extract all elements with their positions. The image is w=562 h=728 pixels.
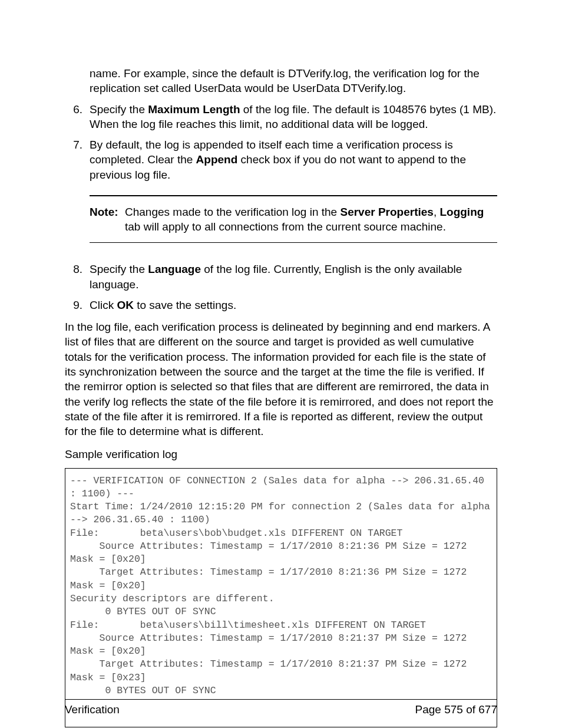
- bold-text: Logging: [439, 206, 484, 218]
- list-item-8: 8. Specify the Language of the log file.…: [65, 262, 497, 292]
- text: tab will apply to all connections from t…: [125, 220, 446, 233]
- sample-log-code: --- VERIFICATION OF CONNECTION 2 (Sales …: [65, 468, 497, 728]
- bold-text: Maximum Length: [148, 103, 240, 116]
- list-body: Specify the Language of the log file. Cu…: [90, 262, 497, 292]
- bold-text: Language: [148, 263, 201, 275]
- list-item-9: 9. Click OK to save the settings.: [65, 298, 497, 312]
- page-footer: Verification Page 575 of 677: [65, 699, 497, 716]
- list-number: 9.: [65, 298, 90, 312]
- list-item-6: 6. Specify the Maximum Length of the log…: [65, 102, 497, 132]
- text: Click: [90, 299, 117, 311]
- list-body: Click OK to save the settings.: [90, 298, 497, 312]
- list-number: 8.: [65, 262, 90, 292]
- footer-page-number: Page 575 of 677: [415, 703, 497, 716]
- text: Specify the: [90, 103, 148, 116]
- list-number: 7.: [65, 137, 90, 182]
- text: Specify the: [90, 263, 148, 275]
- text: to save the settings.: [134, 299, 236, 311]
- sample-log-label: Sample verification log: [65, 447, 497, 462]
- text: Changes made to the verification log in …: [125, 206, 340, 218]
- note-box: Note: Changes made to the verification l…: [90, 195, 497, 243]
- intro-paragraph: name. For example, since the default is …: [90, 66, 497, 96]
- bold-text: Server Properties: [340, 206, 433, 218]
- text: ,: [434, 206, 440, 218]
- note-text: Changes made to the verification log in …: [125, 205, 497, 235]
- bold-text: OK: [117, 299, 134, 311]
- list-item-7: 7. By default, the log is appended to it…: [65, 137, 497, 182]
- note-label: Note:: [90, 205, 125, 235]
- bold-text: Append: [196, 153, 238, 166]
- body-paragraph: In the log file, each verification proce…: [65, 319, 497, 439]
- list-body: Specify the Maximum Length of the log fi…: [90, 102, 497, 132]
- list-number: 6.: [65, 102, 90, 132]
- list-body: By default, the log is appended to itsel…: [90, 137, 497, 182]
- footer-section-title: Verification: [65, 703, 120, 716]
